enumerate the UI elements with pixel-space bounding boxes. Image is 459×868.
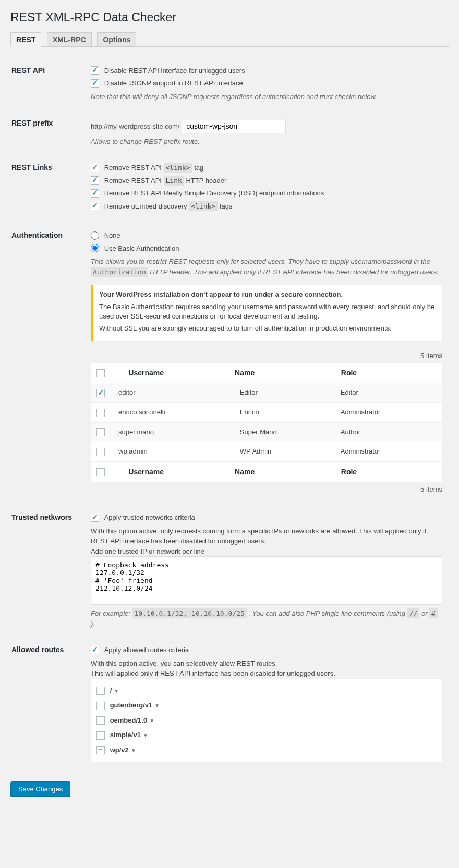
cb-apply-routes[interactable] — [91, 646, 99, 654]
cb-route[interactable] — [96, 716, 105, 725]
cell-name: Enrico — [235, 403, 335, 423]
routes-desc2: This will applied only if REST API inter… — [91, 668, 442, 679]
cb-user-row[interactable] — [96, 448, 105, 456]
users-table-foot: Username Name Role — [91, 462, 442, 482]
page-title: REST XML-RPC Data Checker — [10, 5, 449, 28]
label-disable-jsonp: Disable JSONP support in REST API interf… — [104, 80, 243, 88]
cell-name: WP Admin — [235, 442, 335, 462]
tab-options[interactable]: Options — [97, 32, 136, 46]
table-row: enrico.sorcinelliEnricoAdministrator — [91, 403, 442, 423]
heading-rest-links: REST Links — [11, 155, 84, 222]
col-name[interactable]: Name — [230, 363, 336, 383]
items-count-top: 5 items — [91, 349, 442, 363]
route-row: /▼ — [96, 683, 437, 699]
prefix-base-url: http://my-wordpress-site.com/ — [91, 123, 180, 130]
table-row: wp.adminWP AdminAdministrator — [91, 442, 442, 462]
col-role-foot[interactable]: Role — [336, 462, 442, 482]
cb-disable-unlogged[interactable] — [91, 66, 99, 75]
label-disable-unlogged: Disable REST API interface for unlogged … — [104, 67, 245, 75]
cb-select-all-top[interactable] — [96, 369, 105, 377]
col-name-foot[interactable]: Name — [230, 462, 336, 482]
cb-user-row[interactable] — [96, 389, 105, 397]
tab-rest[interactable]: REST — [10, 32, 41, 47]
cell-role: Author — [335, 422, 442, 442]
label-auth-none: None — [104, 231, 120, 239]
expand-icon[interactable]: ▼ — [154, 703, 160, 708]
expand-icon[interactable]: ▼ — [149, 718, 154, 724]
save-button[interactable]: Save Changes — [10, 781, 70, 797]
expand-icon[interactable]: ▼ — [131, 748, 136, 753]
cell-role: Administrator — [335, 403, 442, 423]
cb-user-row[interactable] — [96, 428, 105, 436]
col-username-foot[interactable]: Username — [123, 462, 230, 482]
cb-select-all-bottom[interactable] — [96, 468, 105, 476]
trusted-hint: Add one trusted IP or network per line — [91, 546, 442, 557]
cb-route[interactable] — [96, 702, 105, 710]
cb-remove-link-header[interactable] — [91, 176, 99, 185]
route-label[interactable]: simple/v1 — [110, 731, 141, 739]
heading-rest-api: REST API — [11, 58, 84, 110]
label-remove-link-tag: Remove REST API <link> tag — [104, 163, 204, 173]
cb-user-row[interactable] — [96, 409, 105, 417]
route-label[interactable]: / — [110, 687, 112, 694]
heading-authentication: Authentication — [11, 223, 84, 504]
label-remove-oembed: Remove oEmbed discovery <link> tags — [104, 201, 233, 211]
tab-xmlrpc[interactable]: XML-RPC — [47, 32, 92, 46]
radio-auth-none[interactable] — [91, 231, 99, 240]
route-row: wp/v2▼ — [96, 743, 437, 758]
cell-name: Super Mario — [235, 422, 335, 442]
table-row: editorEditorEditor — [91, 383, 442, 402]
cb-apply-trusted[interactable] — [91, 514, 99, 522]
tabs: REST XML-RPC Options — [10, 28, 449, 47]
radio-auth-basic[interactable] — [91, 244, 99, 252]
trusted-example: For example: 10.10.0.1/32, 10.10.10.0/25… — [91, 608, 442, 629]
prefix-help: Allows to change REST prefix route. — [91, 137, 442, 147]
label-apply-routes: Apply allowed routes criteria — [104, 646, 189, 654]
cb-remove-rsd[interactable] — [91, 189, 99, 198]
cell-role: Administrator — [335, 442, 442, 462]
cb-route[interactable] — [96, 687, 105, 695]
expand-icon[interactable]: ▼ — [143, 732, 148, 738]
route-row: oembed/1.0▼ — [96, 713, 437, 728]
cb-route[interactable] — [96, 746, 105, 754]
users-table-body: editorEditorEditorenrico.sorcinelliEnric… — [91, 383, 442, 461]
cb-route[interactable] — [96, 731, 105, 740]
route-label[interactable]: wp/v2 — [110, 746, 129, 754]
expand-icon[interactable]: ▼ — [114, 688, 119, 694]
textarea-trusted-networks[interactable]: # Loopback address 127.0.0.1/32 # 'Foo' … — [91, 556, 442, 605]
route-label[interactable]: gutenberg/v1 — [110, 701, 153, 709]
trusted-desc: With this option active, only requests c… — [91, 526, 442, 546]
items-count-bottom: 5 items — [91, 482, 442, 496]
heading-rest-prefix: REST prefix — [11, 111, 84, 155]
ssl-warning: Your WordPress installation don't appear… — [91, 285, 442, 341]
route-label[interactable]: oembed/1.0 — [110, 716, 148, 724]
cb-disable-jsonp[interactable] — [91, 79, 99, 88]
users-scroll[interactable]: editorEditorEditorenrico.sorcinelliEnric… — [91, 383, 442, 461]
col-username[interactable]: Username — [123, 363, 230, 383]
heading-trusted: Trusted netkwors — [11, 505, 84, 637]
heading-allowed-routes: Allowed routes — [11, 638, 84, 770]
label-remove-rsd: Remove REST API Really Simple Discovery … — [104, 189, 324, 197]
col-role[interactable]: Role — [336, 363, 442, 383]
jsonp-note: Note that this will deny all JSONP reque… — [91, 92, 442, 102]
cell-username: super.mario — [113, 422, 235, 442]
label-auth-basic: Use Basic Authentication — [104, 244, 179, 252]
cell-role: Editor — [335, 383, 442, 402]
route-row: simple/v1▼ — [96, 728, 437, 743]
route-row: gutenberg/v1▼ — [96, 698, 437, 713]
routes-desc1: With this option active, you can selecti… — [91, 658, 442, 669]
auth-help: This allows you to restrict REST request… — [91, 256, 442, 277]
label-apply-trusted: Apply trusted networks criteria — [104, 514, 195, 521]
input-rest-prefix[interactable] — [182, 119, 286, 133]
routes-box: /▼ gutenberg/v1▼ oembed/1.0▼ simple/v1▼ … — [91, 679, 442, 763]
cb-remove-link-tag[interactable] — [91, 164, 99, 172]
cell-username: editor — [113, 383, 235, 402]
cell-username: wp.admin — [113, 442, 235, 462]
cell-username: enrico.sorcinelli — [113, 403, 235, 423]
cb-remove-oembed[interactable] — [91, 202, 99, 210]
users-table-head: Username Name Role — [91, 363, 442, 383]
table-row: super.marioSuper MarioAuthor — [91, 422, 442, 442]
label-remove-link-header: Remove REST API Link HTTP header — [104, 176, 227, 186]
cell-name: Editor — [235, 383, 335, 402]
